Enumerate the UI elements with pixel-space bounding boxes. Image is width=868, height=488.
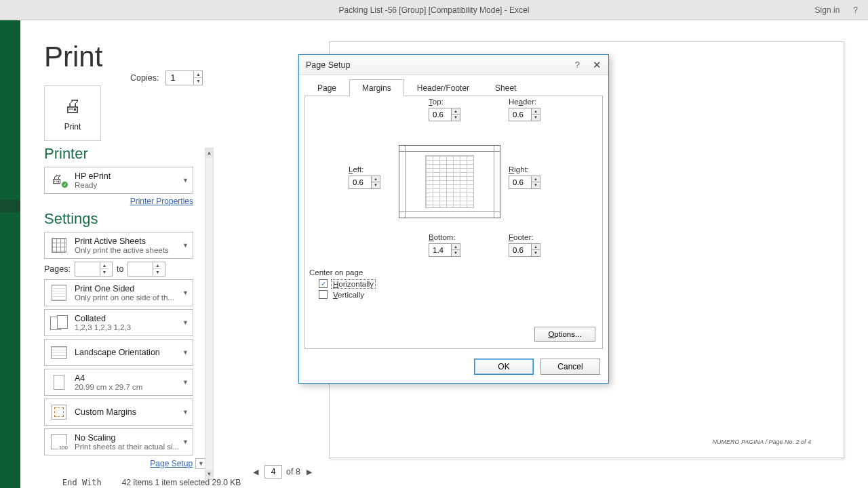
printer-status: Ready	[75, 181, 180, 189]
tab-sheet[interactable]: Sheet	[482, 79, 529, 96]
backstage-print-panel: Print Copies: ▲▼ 🖨 Print Printer HP ePri…	[20, 20, 214, 478]
status-bar: End With 42 items 1 item selected 29.0 K…	[62, 478, 241, 487]
copies-input[interactable]	[166, 73, 193, 83]
printer-dropdown[interactable]: HP ePrint Ready ▼	[44, 167, 193, 194]
cancel-button[interactable]: Cancel	[540, 359, 600, 375]
dropdown-line1: Landscape Orientation	[75, 348, 180, 357]
bottom-label: Bottom:	[429, 233, 456, 241]
margins-dropdown[interactable]: Custom Margins ▼	[44, 399, 193, 426]
dropdown-line1: A4	[75, 373, 180, 383]
pages-to-input[interactable]	[128, 264, 153, 274]
checkbox-unchecked-icon	[319, 290, 328, 299]
top-margin-field: Top: ▲▼	[429, 98, 460, 121]
chevron-down-icon: ▼	[182, 319, 189, 326]
horizontally-label: Horizontally	[332, 280, 375, 288]
checkbox-checked-icon: ✓	[319, 279, 328, 288]
margins-tab-body: Top: ▲▼ Header: ▲▼ Left: ▲▼ Right: ▲▼ Bo…	[304, 96, 603, 349]
status-items: 42 items 1 item selected 29.0 KB	[122, 478, 241, 487]
footer-label: Footer:	[509, 233, 533, 241]
print-heading: Print	[44, 41, 193, 73]
spinner-up-icon[interactable]: ▲	[153, 262, 161, 269]
header-spinner[interactable]: ▲▼	[509, 108, 540, 121]
bottom-spinner[interactable]: ▲▼	[429, 243, 460, 257]
scrollbar-vertical[interactable]: ▲ ▼	[205, 148, 214, 480]
top-label: Top:	[429, 98, 443, 106]
dropdown-line2: Only print on one side of th...	[75, 293, 180, 302]
left-input[interactable]	[349, 176, 371, 188]
left-margin-field: Left: ▲▼	[349, 165, 380, 189]
horizontally-checkbox[interactable]: ✓ Horizontally	[319, 279, 375, 288]
dropdown-line1: No Scaling	[75, 433, 180, 443]
dialog-buttons: OK Cancel	[299, 354, 608, 383]
header-input[interactable]	[509, 108, 531, 121]
margins-diagram	[399, 145, 500, 218]
spinner-down-icon[interactable]: ▼	[100, 269, 108, 276]
print-button[interactable]: 🖨 Print	[44, 85, 101, 141]
ok-button[interactable]: OK	[474, 359, 534, 375]
page-setup-link[interactable]: Page Setup	[150, 459, 193, 468]
scaling-dropdown[interactable]: 100 No Scaling Print sheets at their act…	[44, 428, 193, 455]
right-input[interactable]	[509, 176, 531, 188]
center-on-page-group: Center on page ✓ Horizontally Vertically	[309, 268, 375, 301]
header-margin-field: Header: ▲▼	[509, 98, 540, 121]
printer-status-icon	[51, 174, 67, 187]
spinner-down-icon[interactable]: ▼	[194, 78, 202, 85]
top-input[interactable]	[429, 108, 451, 121]
paper-icon	[54, 375, 64, 390]
printer-properties-link[interactable]: Printer Properties	[44, 197, 193, 206]
settings-section-title: Settings	[44, 210, 193, 228]
chevron-down-icon: ▼	[182, 439, 189, 445]
copies-label: Copies:	[130, 73, 159, 83]
tab-page[interactable]: Page	[304, 79, 349, 96]
next-page-icon[interactable]: ▶	[304, 468, 314, 476]
options-button[interactable]: Options...	[534, 327, 595, 342]
footer-margin-field: Footer: ▲▼	[509, 233, 540, 257]
spinner-up-icon[interactable]: ▲	[100, 262, 108, 269]
spinner-down-icon[interactable]: ▼	[153, 269, 161, 276]
pages-to-spinner[interactable]: ▲▼	[127, 262, 165, 277]
margins-icon	[52, 405, 66, 420]
spinner-up-icon[interactable]: ▲	[194, 71, 202, 78]
dropdown-line1: Print One Sided	[75, 284, 180, 293]
left-label: Left:	[349, 165, 363, 174]
dialog-title: Page Setup	[306, 60, 350, 70]
footer-spinner[interactable]: ▲▼	[509, 243, 540, 257]
close-icon[interactable]: ✕	[593, 59, 601, 71]
pages-label: Pages:	[44, 264, 71, 274]
right-margin-field: Right: ▲▼	[509, 165, 540, 189]
current-page-input[interactable]	[264, 465, 282, 479]
copies-spinner[interactable]: ▲▼	[165, 70, 203, 85]
left-spinner[interactable]: ▲▼	[349, 176, 380, 189]
preview-page-number: NUMERO PAGINA / Page No. 2 of 4	[712, 439, 811, 445]
print-button-label: Print	[64, 122, 81, 131]
chevron-down-icon: ▼	[182, 409, 189, 415]
page-navigation: ◀ of 8 ▶	[251, 465, 314, 479]
chevron-down-icon: ▼	[182, 177, 189, 184]
dropdown-line1: Print Active Sheets	[75, 237, 180, 246]
printer-section-title: Printer	[44, 145, 193, 163]
orientation-dropdown[interactable]: Landscape Orientation ▼	[44, 339, 193, 366]
help-icon[interactable]: ?	[853, 5, 858, 15]
right-label: Right:	[509, 165, 529, 174]
tab-header-footer[interactable]: Header/Footer	[404, 79, 482, 96]
pages-from-input[interactable]	[75, 264, 100, 274]
what-to-print-dropdown[interactable]: Print Active Sheets Only print the activ…	[44, 232, 193, 259]
scroll-up-icon[interactable]: ▲	[205, 148, 213, 158]
dropdown-line2: Print sheets at their actual si...	[75, 443, 180, 451]
sides-dropdown[interactable]: Print One Sided Only print on one side o…	[44, 279, 193, 306]
vertically-label: Vertically	[332, 291, 366, 299]
tab-margins[interactable]: Margins	[349, 79, 404, 96]
dialog-titlebar[interactable]: Page Setup ? ✕	[299, 55, 608, 75]
prev-page-icon[interactable]: ◀	[251, 468, 260, 476]
chevron-down-icon: ▼	[182, 349, 189, 356]
bottom-input[interactable]	[429, 244, 451, 256]
collation-dropdown[interactable]: Collated 1,2,3 1,2,3 1,2,3 ▼	[44, 309, 193, 336]
sign-in-link[interactable]: Sign in	[815, 5, 840, 15]
right-spinner[interactable]: ▲▼	[509, 176, 540, 189]
paper-size-dropdown[interactable]: A4 20.99 cm x 29.7 cm ▼	[44, 369, 193, 396]
dialog-help-icon[interactable]: ?	[575, 60, 580, 70]
pages-from-spinner[interactable]: ▲▼	[75, 262, 113, 277]
vertically-checkbox[interactable]: Vertically	[319, 290, 375, 299]
top-spinner[interactable]: ▲▼	[429, 108, 460, 121]
footer-input[interactable]	[509, 244, 531, 256]
